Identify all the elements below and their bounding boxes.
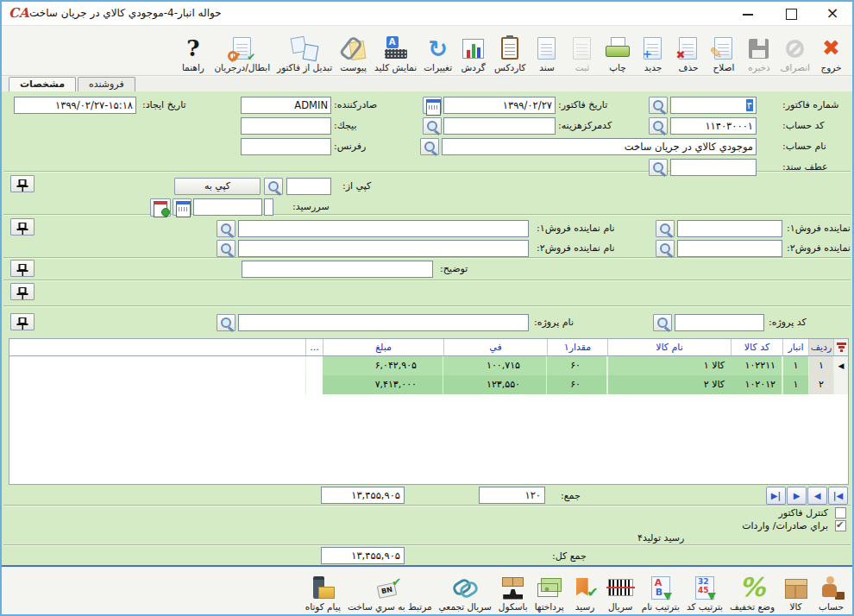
table-row[interactable]: ۱ ۱ ۱۰۲۲۱۱ كالا ۱ ۶۰ ۱۰۰,۷۱۵ ۶,۰۴۲,۹۰۵ [9, 356, 848, 375]
batch-link-button[interactable]: مرتبط به سري ساخت [344, 569, 436, 614]
rep1-code-search-icon[interactable] [656, 220, 675, 237]
col-more[interactable]: ... [305, 339, 323, 355]
close-icon[interactable] [818, 2, 847, 25]
filter-icon[interactable] [833, 339, 848, 355]
export-import-checkbox[interactable] [835, 520, 846, 531]
goods-button[interactable]: كالا [778, 569, 813, 614]
col-item-code[interactable]: كد كالا [731, 339, 782, 355]
invoice-control-checkbox[interactable] [835, 507, 846, 519]
col-radif[interactable]: رديف [808, 339, 833, 355]
weighbridge-button[interactable]: باسكول [495, 569, 531, 614]
col-anbar[interactable]: انبار [782, 339, 808, 355]
nav-last-icon[interactable]: ▶| [766, 487, 786, 505]
description-input[interactable] [242, 261, 433, 278]
due-date-schedule-icon[interactable] [150, 198, 171, 217]
cancel-button: انصراف [776, 28, 813, 75]
reference-input[interactable] [241, 138, 331, 155]
edit-button[interactable]: ✎اصلاح [706, 28, 741, 75]
pin-button[interactable] [10, 283, 35, 300]
pin-button[interactable] [10, 313, 35, 330]
pin-button[interactable] [10, 175, 35, 192]
voucher-button[interactable]: سند [529, 28, 564, 75]
serial-button[interactable]: سريال [603, 569, 638, 614]
title-bar: CA حواله انبار-4-موجودي كالاي در جريان س… [2, 2, 852, 26]
sms-button[interactable]: پيام كوتاه [302, 569, 344, 614]
due-date-input[interactable] [193, 198, 262, 216]
discount-button[interactable]: وضع تخفيف [726, 569, 778, 614]
account-code-input[interactable]: ۱۱۴۰۳۰۰۰۱ [670, 117, 757, 135]
project-name-search-icon[interactable] [217, 314, 235, 331]
reference-label: رفرنس: [334, 138, 366, 155]
issuer-input[interactable]: ADMIN [241, 97, 331, 114]
sms-icon [311, 576, 335, 600]
project-code-search-icon[interactable] [653, 314, 672, 331]
cost-center-input[interactable] [443, 117, 556, 135]
doc-ref-input[interactable] [670, 159, 757, 176]
print-button[interactable]: چاپ [600, 28, 635, 75]
project-code-input[interactable] [675, 314, 764, 331]
account-code-label: كد حساب: [782, 117, 825, 135]
void-pending-button[interactable]: ✔ابطال/درجريان [210, 28, 273, 75]
rep1-code-label: كد نماينده فروش۱: [787, 220, 854, 237]
rep2-name-input[interactable] [238, 240, 529, 257]
nav-first-icon[interactable]: |◀ [828, 487, 848, 505]
rep1-name-search-icon[interactable] [217, 220, 235, 237]
maximize-icon[interactable] [776, 2, 806, 25]
delete-button[interactable]: ✖حذف [670, 28, 706, 75]
nav-prev-icon[interactable]: ◀ [807, 487, 827, 505]
invoice-date-input[interactable]: ۱۳۹۹/۰۲/۲۷ [443, 97, 556, 114]
rep2-name-search-icon[interactable] [217, 240, 235, 257]
rep1-code-input[interactable] [677, 220, 782, 237]
table-row[interactable]: ۲ ۱ ۱۰۲۰۱۲ كالا ۲ ۶۰ ۱۲۳,۵۵۰ ۷,۴۱۳,۰۰۰ [9, 375, 848, 394]
project-name-input[interactable] [238, 314, 529, 331]
nav-next-icon[interactable]: ▶ [787, 487, 807, 505]
account-name-search-icon[interactable] [420, 138, 439, 155]
rep1-name-input[interactable] [238, 220, 529, 237]
rep2-code-search-icon[interactable] [656, 240, 675, 257]
save-button: ذخيره [741, 28, 776, 75]
app-logo: CA [9, 5, 29, 21]
receipt-button[interactable]: رسيد [568, 569, 603, 614]
bijak-input[interactable] [241, 117, 331, 135]
show-keys-button[interactable]: نمايش كليد [371, 28, 420, 75]
changes-button[interactable]: تغييرات [420, 28, 455, 75]
minimize-icon[interactable] [733, 2, 763, 25]
copy-to-button[interactable]: كپي به [174, 178, 261, 195]
new-button[interactable]: ＋جديد [635, 28, 670, 75]
turnover-button[interactable]: گردش [455, 28, 491, 75]
calendar-icon[interactable] [423, 97, 442, 114]
invoice-no-input[interactable]: ۴ [670, 97, 757, 114]
pin-button[interactable] [10, 218, 35, 236]
bulk-serial-button[interactable]: سريال تجمعي [436, 569, 495, 614]
exit-button[interactable]: خروج [813, 28, 849, 75]
col-fee[interactable]: في [443, 339, 547, 355]
kardex-button[interactable]: كاردكس [491, 28, 529, 75]
col-qty[interactable]: مقدار۱ [547, 339, 607, 355]
items-grid[interactable]: رديف انبار كد كالا نام كالا مقدار۱ في مب… [9, 338, 849, 485]
invoice-no-search-icon[interactable] [649, 97, 668, 114]
account-name-input[interactable]: موجودي كالاي در جريان ساخت [442, 138, 757, 155]
doc-ref-search-icon[interactable] [649, 159, 668, 176]
divider [3, 544, 851, 545]
cost-center-search-icon[interactable] [423, 117, 442, 135]
copy-from-input[interactable] [286, 178, 331, 195]
due-date-calendar-icon[interactable] [173, 198, 192, 216]
payments-button[interactable]: پرداختها [531, 569, 568, 614]
copy-from-search-icon[interactable] [264, 178, 283, 195]
convert-invoice-button[interactable]: تبديل از فاكتور [273, 28, 336, 75]
col-amount[interactable]: مبلغ [323, 339, 443, 355]
sort-by-code-button[interactable]: بترتيب كد [683, 569, 726, 614]
due-date-flag-box[interactable] [264, 198, 273, 216]
rep2-code-input[interactable] [677, 240, 782, 257]
rep2-code-label: كد نماينده فروش۲: [787, 240, 854, 257]
account-code-search-icon[interactable] [649, 117, 668, 135]
account-button[interactable]: حساب [813, 569, 849, 614]
help-button[interactable]: راهنما [175, 28, 210, 75]
attachment-button[interactable]: پيوست [336, 28, 371, 75]
col-item-name[interactable]: نام كالا [607, 339, 731, 355]
pin-button[interactable] [10, 260, 35, 277]
tab-seller[interactable]: فروشنده [78, 77, 135, 91]
tab-specifications[interactable]: مشخصات [9, 77, 76, 91]
rep2-name-label: نام نماينده فروش۲: [537, 240, 615, 257]
sort-by-name-button[interactable]: بترتيب نام [638, 569, 683, 614]
